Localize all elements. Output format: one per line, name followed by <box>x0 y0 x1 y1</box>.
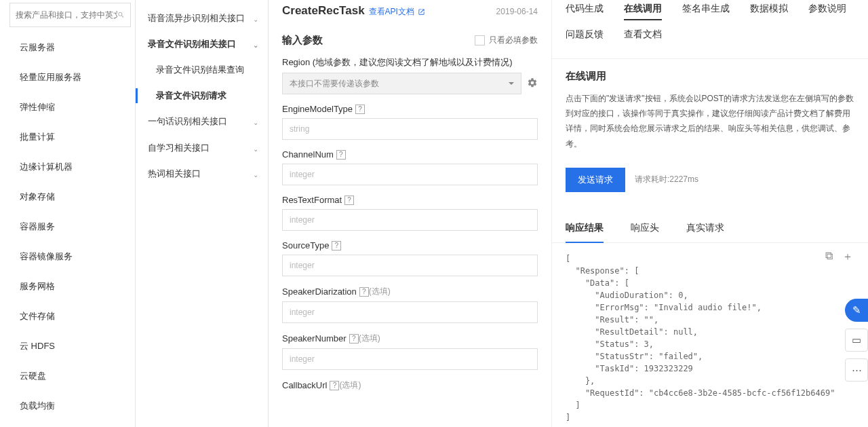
lnav-item[interactable]: 服务网格 <box>0 272 135 301</box>
subnav-label: 语音流异步识别相关接口 <box>148 13 245 23</box>
chevron-down-icon: ⌄ <box>253 41 258 50</box>
lnav-item[interactable]: 容器镜像服务 <box>0 242 135 272</box>
lnav-item[interactable]: 容器服务 <box>0 212 135 242</box>
param-label: SourceType? <box>282 240 538 250</box>
tab-mock[interactable]: 数据模拟 <box>750 0 788 23</box>
external-link-icon <box>418 8 425 16</box>
subnav-label: 自学习相关接口 <box>148 143 210 153</box>
tab-code-gen[interactable]: 代码生成 <box>566 0 604 23</box>
main-header: CreateRecTask 查看API文档 2019-06-14 <box>269 0 551 24</box>
api-date: 2019-06-14 <box>496 7 538 16</box>
request-time: 请求耗时:2227ms <box>635 174 698 185</box>
param-input[interactable]: integer <box>282 209 538 231</box>
chevron-down-icon: ⌄ <box>253 145 258 154</box>
result-tabs: 响应结果 响应头 真实请求 <box>552 203 868 243</box>
param-label: ChannelNum? <box>282 149 538 160</box>
right-tabs-row1: 代码生成 在线调用 签名串生成 数据模拟 参数说明 <box>552 0 868 23</box>
search-icon <box>117 10 125 20</box>
result-tab-request[interactable]: 真实请求 <box>686 222 724 242</box>
expand-icon[interactable]: ＋ <box>842 250 853 264</box>
lnav-item[interactable]: 边缘计算机器 <box>0 152 135 182</box>
tab-feedback[interactable]: 问题反馈 <box>566 26 604 49</box>
tab-signature[interactable]: 签名串生成 <box>682 0 730 23</box>
api-title: CreateRecTask <box>282 4 365 18</box>
debug-description: 点击下面的"发送请求"按钮，系统会以POST的请求方法发送您在左侧填写的参数到对… <box>566 91 854 151</box>
float-chat-button[interactable]: ⋯ <box>845 358 868 382</box>
param-label-region: Region (地域参数，建议您阅读文档了解地域以及计费情况) <box>282 56 538 69</box>
send-request-button[interactable]: 发送请求 <box>566 168 625 192</box>
lnav-item[interactable]: 云 HDFS <box>0 331 135 361</box>
search-input[interactable] <box>16 10 117 20</box>
param-input[interactable]: string <box>282 118 538 140</box>
chevron-down-icon: ⌄ <box>253 15 258 24</box>
help-icon[interactable]: ? <box>344 196 354 205</box>
param-label: CallbackUrl?(选填) <box>282 379 538 391</box>
help-icon[interactable]: ? <box>359 287 369 297</box>
float-doc-button[interactable]: ▭ <box>845 329 868 352</box>
tab-view-doc[interactable]: 查看文档 <box>624 26 662 49</box>
lnav-item[interactable]: 弹性伸缩 <box>0 92 135 122</box>
param-input[interactable]: integer <box>282 348 538 370</box>
search-bar[interactable] <box>9 3 131 27</box>
subnav-label: 一句话识别相关接口 <box>148 116 227 126</box>
lnav-item[interactable]: 文件存储 <box>0 301 135 331</box>
doc-link-text: 查看API文档 <box>369 7 414 16</box>
subnav-category[interactable]: 热词相关接口⌄ <box>136 161 268 187</box>
param-label: EngineModelType? <box>282 104 538 114</box>
param-label: ResTextFormat? <box>282 195 538 205</box>
subnav-item[interactable]: 录音文件识别结果查询 <box>136 57 268 83</box>
right-tabs-row2: 问题反馈 查看文档 <box>552 23 868 59</box>
lnav-item[interactable]: 私有网络 <box>0 421 135 427</box>
sub-nav: 语音流异步识别相关接口⌄ 录音文件识别相关接口⌄ 录音文件识别结果查询 录音文件… <box>136 0 269 427</box>
result-tab-headers[interactable]: 响应头 <box>631 222 659 242</box>
param-input[interactable]: integer <box>282 255 538 276</box>
float-feedback-button[interactable]: ✎ <box>845 299 868 322</box>
param-label: SpeakerNumber?(选填) <box>282 333 538 344</box>
help-icon[interactable]: ? <box>355 105 365 114</box>
subnav-label: 热词相关接口 <box>148 168 201 179</box>
response-json: [ "Response": [ "Data": [ "AudioDuration… <box>566 253 854 424</box>
param-input[interactable]: integer <box>282 301 538 323</box>
help-icon[interactable]: ? <box>349 334 359 344</box>
subnav-category[interactable]: 语音流异步识别相关接口⌄ <box>136 5 268 31</box>
view-api-doc-link[interactable]: 查看API文档 <box>369 6 426 18</box>
lnav-item[interactable]: 云服务器 <box>0 33 135 62</box>
param-label: SpeakerDiarization?(选填) <box>282 286 538 297</box>
help-icon[interactable]: ? <box>332 241 341 250</box>
only-required-checkbox[interactable] <box>475 35 485 45</box>
param-input[interactable]: integer <box>282 164 538 185</box>
left-nav: 云服务器 轻量应用服务器 弹性伸缩 批量计算 边缘计算机器 对象存储 容器服务 … <box>0 33 135 427</box>
lnav-item[interactable]: 云硬盘 <box>0 361 135 391</box>
subnav-category[interactable]: 自学习相关接口⌄ <box>136 135 268 161</box>
lnav-item[interactable]: 负载均衡 <box>0 391 135 421</box>
chevron-down-icon: ⌄ <box>253 170 258 180</box>
subnav-category[interactable]: 一句话识别相关接口⌄ <box>136 109 268 134</box>
help-icon[interactable]: ? <box>330 381 339 390</box>
subnav-item[interactable]: 录音文件识别请求 <box>136 83 268 109</box>
lnav-item[interactable]: 批量计算 <box>0 122 135 152</box>
only-required-label: 只看必填参数 <box>489 35 538 46</box>
result-tab-response[interactable]: 响应结果 <box>566 222 604 242</box>
help-icon[interactable]: ? <box>336 150 346 160</box>
subnav-category[interactable]: 录音文件识别相关接口⌄ <box>136 31 268 57</box>
tab-online-debug[interactable]: 在线调用 <box>624 0 662 23</box>
tab-params-help[interactable]: 参数说明 <box>808 0 846 23</box>
lnav-item[interactable]: 对象存储 <box>0 182 135 212</box>
lnav-item[interactable]: 轻量应用服务器 <box>0 62 135 92</box>
debug-title: 在线调用 <box>566 70 854 83</box>
section-title: 输入参数 <box>282 34 475 47</box>
gear-icon[interactable] <box>527 77 538 90</box>
copy-icon[interactable]: ⧉ <box>825 250 833 264</box>
chevron-down-icon: ⌄ <box>253 118 258 128</box>
region-select[interactable]: 本接口不需要传递该参数 <box>282 73 521 94</box>
subnav-label: 录音文件识别相关接口 <box>148 39 236 49</box>
